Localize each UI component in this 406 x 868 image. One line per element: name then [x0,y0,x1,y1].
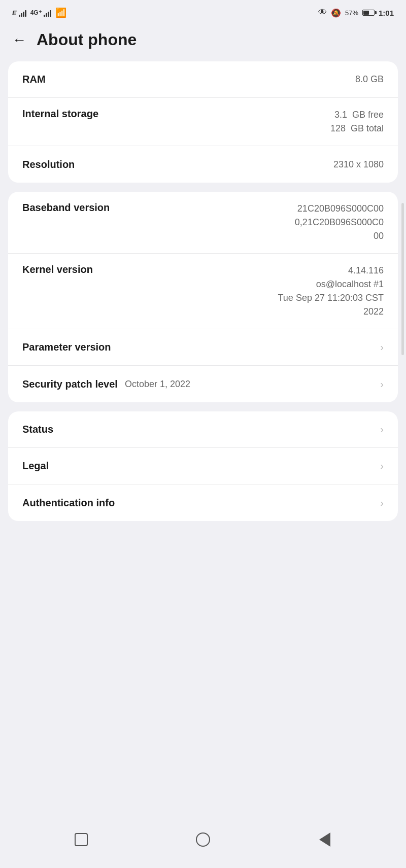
parameter-version-label: Parameter version [22,341,111,353]
status-right: 👁 🔕 57% 1:01 [318,8,394,18]
baseband-label: Baseband version [22,202,110,214]
security-patch-chevron-icon: › [380,378,384,390]
legal-row[interactable]: Legal › [8,448,398,484]
baseband-row: Baseband version 21C20B096S000C000,21C20… [8,192,398,254]
visibility-icon: 👁 [318,8,327,18]
status-label: Status [22,424,53,435]
authentication-info-chevron-icon: › [380,497,384,509]
home-icon [196,832,210,847]
time-label: 1:01 [379,9,394,17]
signal-4g-label: 4G⁺ [30,9,42,16]
ram-value: 8.0 GB [54,74,384,85]
misc-card: Status › Legal › Authentication info › [8,411,398,521]
signal-bars-2 [44,9,51,17]
kernel-label: Kernel version [22,264,93,275]
parameter-version-chevron-icon: › [380,341,384,353]
security-patch-content: Security patch level October 1, 2022 [22,378,374,390]
ram-row: RAM 8.0 GB [8,61,398,98]
recent-apps-button[interactable] [69,827,93,852]
scrollbar[interactable] [401,203,404,355]
internal-storage-row: Internal storage 3.1 GB free128 GB total [8,98,398,146]
security-patch-row[interactable]: Security patch level October 1, 2022 › [8,366,398,402]
back-nav-icon [319,832,330,847]
status-left: E 4G⁺ 📶 [12,7,66,18]
wifi-icon: 📶 [55,7,66,18]
back-button[interactable]: ← [12,32,26,48]
kernel-row: Kernel version 4.14.116os@localhost #1Tu… [8,254,398,329]
resolution-label: Resolution [22,159,75,170]
resolution-value: 2310 x 1080 [83,159,384,170]
security-patch-label: Security patch level [22,378,118,390]
home-button[interactable] [191,827,215,852]
hardware-specs-card: RAM 8.0 GB Internal storage 3.1 GB free1… [8,61,398,183]
authentication-info-row[interactable]: Authentication info › [8,484,398,521]
internal-storage-value: 3.1 GB free128 GB total [107,108,384,135]
security-patch-value: October 1, 2022 [125,379,190,390]
baseband-value: 21C20B096S000C000,21C20B096S000C000 [118,202,384,243]
header: ← About phone [0,22,406,61]
parameter-version-row[interactable]: Parameter version › [8,329,398,366]
authentication-info-label: Authentication info [22,497,115,509]
recent-apps-icon [75,833,88,846]
version-info-card: Baseband version 21C20B096S000C000,21C20… [8,192,398,402]
status-chevron-icon: › [380,424,384,435]
page-title: About phone [37,30,137,49]
internal-storage-label: Internal storage [22,108,98,120]
legal-label: Legal [22,460,49,472]
kernel-value: 4.14.116os@localhost #1Tue Sep 27 11:20:… [101,264,384,319]
ram-label: RAM [22,74,46,85]
legal-chevron-icon: › [380,460,384,472]
resolution-row: Resolution 2310 x 1080 [8,146,398,183]
nav-bar [0,817,406,868]
status-row[interactable]: Status › [8,411,398,448]
signal-bars-1 [19,9,26,17]
battery-percent: 57% [345,9,358,17]
battery-icon [362,10,375,16]
signal-e-label: E [12,9,17,17]
mute-icon: 🔕 [331,8,341,18]
status-bar: E 4G⁺ 📶 👁 🔕 57% 1:01 [0,0,406,22]
back-nav-button[interactable] [313,827,337,852]
